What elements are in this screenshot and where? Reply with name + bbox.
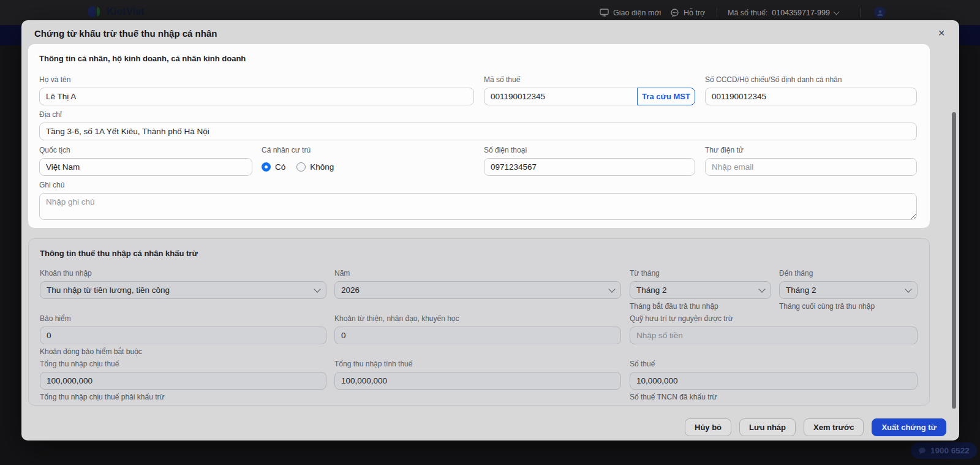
tax-amount-input[interactable] [630, 372, 918, 390]
nationality-input[interactable] [39, 158, 252, 176]
field-taxable-income: Tổng thu nhập chịu thuế Tổng thu nhập ch… [40, 360, 326, 401]
field-label: Địa chỉ [39, 110, 917, 119]
field-helper: Số thuế TNCN đã khấu trừ [630, 393, 918, 401]
field-label: Từ tháng [630, 269, 771, 278]
tax-id-label: Mã số thuế: [728, 9, 767, 17]
pension-input[interactable] [630, 327, 918, 344]
insurance-input[interactable] [40, 327, 326, 344]
field-from-month: Từ tháng Tháng 2 Tháng bắt đầu trả thu n… [630, 269, 771, 311]
person-icon [876, 9, 884, 17]
field-label: Tổng thu nhập tính thuế [334, 360, 621, 368]
preview-button[interactable]: Xem trước [804, 418, 864, 436]
income-type-select[interactable]: Thu nhập từ tiền lương, tiền công [40, 281, 326, 299]
field-pension: Quỹ hưu trí tự nguyện được trừ [630, 314, 918, 344]
from-month-select[interactable]: Tháng 2 [630, 281, 771, 299]
modal-scrollbar-thumb[interactable] [952, 112, 956, 409]
field-label: Số CCCD/Hộ chiếu/Số định danh cá nhân [705, 75, 917, 84]
user-avatar[interactable] [874, 7, 886, 18]
assessed-income-input[interactable] [334, 372, 621, 390]
year-select[interactable]: 2026 [334, 281, 621, 299]
modal-footer: Hủy bỏ Lưu nháp Xem trước Xuất chứng từ [685, 418, 946, 436]
field-label: Thư điện tử [705, 146, 917, 154]
close-icon[interactable]: ✕ [936, 28, 947, 39]
hotline-badge[interactable]: 1900 6522 [911, 442, 977, 459]
field-nationality: Quốc tịch [39, 146, 252, 176]
field-label: Mã số thuế [484, 75, 695, 84]
field-label: Ghi chú [39, 181, 917, 189]
field-to-month: Đến tháng Tháng 2 Tháng cuối cùng trả th… [779, 269, 918, 311]
field-id-number: Số CCCD/Hộ chiếu/Số định danh cá nhân [705, 75, 917, 105]
kiotviet-logo-icon [87, 5, 102, 18]
chevron-down-icon [758, 285, 765, 292]
tax-certificate-modal: Chứng từ khấu trừ thuế thu nhập cá nhân … [21, 20, 959, 440]
field-phone: Số điện thoại [484, 146, 695, 176]
field-label: Số điện thoại [484, 146, 695, 154]
selected-value: Tháng 2 [786, 285, 816, 295]
chevron-down-icon [833, 9, 839, 15]
field-label: Bảo hiểm [40, 314, 326, 323]
cancel-button[interactable]: Hủy bỏ [685, 418, 731, 436]
hotline-chat-icon [918, 447, 926, 455]
note-textarea[interactable] [39, 193, 917, 220]
personal-info-section: Thông tin cá nhân, hộ kinh doanh, cá nhâ… [28, 44, 930, 228]
field-income-type: Khoản thu nhập Thu nhập từ tiền lương, t… [40, 269, 326, 299]
field-insurance: Bảo hiểm Khoản đóng bảo hiểm bắt buộc [40, 314, 326, 356]
field-label: Khoản thu nhập [40, 269, 326, 278]
chevron-down-icon [608, 285, 615, 292]
charity-input[interactable] [334, 327, 621, 344]
save-draft-button[interactable]: Lưu nháp [739, 418, 796, 436]
field-year: Năm 2026 [334, 269, 621, 299]
phone-input[interactable] [484, 158, 695, 176]
full-name-input[interactable] [39, 88, 474, 105]
id-number-input[interactable] [705, 88, 917, 105]
field-label: Khoản từ thiện, nhân đạo, khuyến học [334, 314, 621, 323]
monitor-icon [600, 9, 609, 17]
section-title: Thông tin cá nhân, hộ kinh doanh, cá nhâ… [39, 54, 246, 63]
field-label: Quốc tịch [39, 146, 252, 154]
field-label: Cá nhân cư trú [262, 146, 473, 154]
field-helper: Tháng cuối cùng trả thu nhập [779, 302, 918, 311]
field-address: Địa chỉ [39, 110, 917, 140]
field-label: Tổng thu nhập chịu thuế [40, 360, 326, 368]
field-label: Họ và tên [39, 75, 474, 84]
radio-residency-yes[interactable] [262, 162, 271, 172]
radio-residency-no[interactable] [296, 162, 306, 172]
field-charity: Khoản từ thiện, nhân đạo, khuyến học [334, 314, 621, 344]
to-month-select[interactable]: Tháng 2 [779, 281, 918, 299]
field-full-name: Họ và tên [39, 75, 474, 105]
tax-code-input[interactable] [484, 88, 638, 105]
lookup-mst-button[interactable]: Tra cứu MST [637, 88, 695, 105]
taxable-income-input[interactable] [40, 372, 326, 390]
field-helper: Khoản đóng bảo hiểm bắt buộc [40, 347, 326, 356]
selected-value: Thu nhập từ tiền lương, tiền công [47, 285, 170, 295]
header-divider [717, 8, 717, 17]
chat-support-icon [670, 9, 679, 17]
support-label: Hỗ trợ [684, 9, 705, 17]
selected-value: Tháng 2 [636, 285, 667, 295]
email-input[interactable] [705, 158, 917, 176]
new-interface-label: Giao diện mới [613, 9, 661, 17]
export-certificate-button[interactable]: Xuất chứng từ [872, 418, 946, 436]
brand-name: KiotViet [107, 6, 145, 17]
header-divider [860, 8, 861, 17]
selected-value: 2026 [341, 285, 360, 295]
address-input[interactable] [39, 123, 917, 140]
field-email: Thư điện tử [705, 146, 917, 176]
chevron-down-icon [905, 285, 911, 292]
field-label: Đến tháng [779, 269, 918, 278]
field-label: Quỹ hưu trí tự nguyện được trừ [630, 314, 918, 323]
field-note: Ghi chú [39, 181, 917, 222]
field-label: Số thuế [630, 360, 918, 368]
field-assessed-income: Tổng thu nhập tính thuế [334, 360, 621, 390]
chevron-down-icon [314, 285, 320, 292]
field-residency: Cá nhân cư trú Có Không [262, 146, 473, 176]
section-title: Thông tin thuế thu nhập cá nhân khấu trừ [40, 249, 198, 258]
modal-title: Chứng từ khấu trừ thuế thu nhập cá nhân [34, 28, 217, 39]
hotline-number: 1900 6522 [930, 446, 970, 455]
brand-logo[interactable]: KiotViet [87, 5, 145, 18]
field-tax-code: Mã số thuế Tra cứu MST [484, 75, 695, 105]
field-helper: Tổng thu nhập chịu thuế phải khấu trừ [40, 393, 326, 401]
radio-label-no: Không [310, 162, 334, 172]
tax-id-value: 0104359717-999 [772, 9, 830, 17]
field-helper: Tháng bắt đầu trả thu nhập [630, 302, 771, 311]
